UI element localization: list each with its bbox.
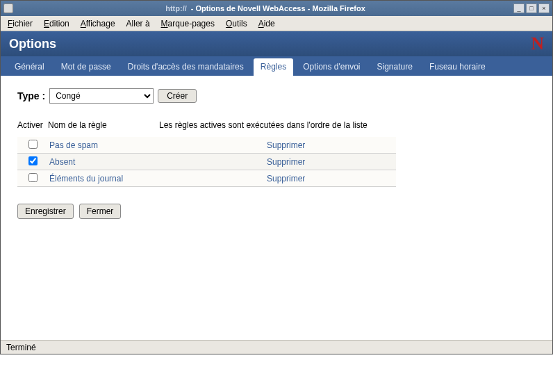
menu-aller[interactable]: Aller à [126,19,150,28]
rule-delete-link[interactable]: Supprimer [267,140,396,150]
rule-checkbox[interactable] [28,156,38,165]
tab-fuseau[interactable]: Fuseau horaire [422,58,493,76]
tab-mot-de-passe[interactable]: Mot de passe [54,58,118,76]
rule-delete-link[interactable]: Supprimer [267,157,396,167]
rule-name-link[interactable]: Éléments du journal [48,174,267,183]
rules-table: Pas de spam Supprimer Absent Supprimer É… [17,137,396,187]
table-row: Pas de spam Supprimer [17,137,396,154]
close-button[interactable]: Fermer [79,204,122,219]
column-headers: Activer Nom de la règle Les règles activ… [17,120,536,130]
rule-delete-link[interactable]: Supprimer [267,174,396,183]
col-activer: Activer [17,120,48,130]
novell-logo: N [531,33,544,54]
app-header: Options N [1,31,552,56]
tabs: Général Mot de passe Droits d'accès des … [1,56,552,76]
maximize-button[interactable]: □ [526,3,537,13]
save-button[interactable]: Enregistrer [17,204,74,219]
menu-marque-pages[interactable]: Marque-pages [161,19,215,28]
col-note: Les règles actives sont exécutées dans l… [159,120,536,130]
app-icon [3,3,13,13]
rule-checkbox[interactable] [28,173,38,182]
create-button[interactable]: Créer [158,89,197,103]
menu-affichage[interactable]: Affichage [81,19,115,28]
statusbar: Terminé [1,340,552,354]
tab-signature[interactable]: Signature [370,58,420,76]
window-title: http://- Options de Novell WebAccess - M… [17,4,513,13]
type-label: Type : [17,90,45,101]
rule-checkbox[interactable] [28,140,38,149]
rule-name-link[interactable]: Pas de spam [48,140,267,150]
tab-general[interactable]: Général [8,58,51,76]
window-close-button[interactable]: × [538,3,550,13]
menu-fichier[interactable]: Fichier [8,19,33,28]
tab-options-envoi[interactable]: Options d'envoi [296,58,367,76]
status-text: Terminé [6,343,36,352]
col-nom: Nom de la règle [48,120,159,130]
table-row: Absent Supprimer [17,154,396,170]
menu-edition[interactable]: Edition [44,19,69,28]
titlebar[interactable]: http://- Options de Novell WebAccess - M… [1,1,552,16]
menubar: Fichier Edition Affichage Aller à Marque… [1,16,552,31]
type-select[interactable]: Congé [49,88,154,104]
menu-outils[interactable]: Outils [226,19,247,28]
rule-name-link[interactable]: Absent [48,157,267,167]
menu-aide[interactable]: Aide [258,19,275,28]
page-title: Options [9,37,531,51]
table-row: Éléments du journal Supprimer [17,170,396,187]
tab-regles[interactable]: Règles [254,58,293,76]
minimize-button[interactable]: _ [513,3,525,13]
content-area: Type : Congé Créer Activer Nom de la règ… [1,76,552,340]
tab-droits[interactable]: Droits d'accès des mandataires [121,58,251,76]
